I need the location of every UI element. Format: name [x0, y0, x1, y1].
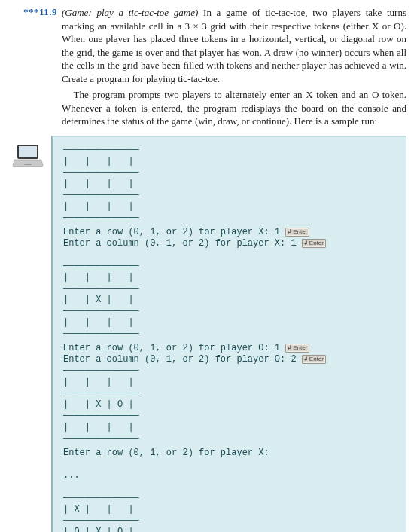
prompt-col-o: Enter a column (0, 1, or 2) for player O… — [63, 354, 291, 365]
board-row: | X | | | — [63, 504, 134, 515]
board-row: | | | | — [63, 272, 134, 283]
sample-run-wrap: —————————————— | | | | —————————————— | … — [11, 136, 406, 532]
prompt-row-x-2: Enter a row (0, 1, or 2) for player X: — [63, 448, 269, 458]
divider: —————————————— — [63, 212, 139, 223]
divider: —————————————— — [63, 190, 139, 200]
console-output: —————————————— | | | | —————————————— | … — [51, 136, 406, 532]
board-row: | O | X | O | — [63, 527, 134, 532]
board-1: —————————————— | | | | —————————————— | … — [63, 145, 395, 224]
enter-key-icon: Enter — [302, 239, 326, 248]
ellipsis: ... — [63, 470, 80, 481]
divider: —————————————— — [63, 515, 139, 526]
board-row: | | | | — [63, 422, 134, 433]
enter-key-icon: Enter — [285, 344, 309, 353]
exercise-para-1-rest: In a game of tic-tac-toe, two players ta… — [62, 7, 406, 84]
exercise-block: ***11.9 (Game: play a tic-tac-toe game) … — [11, 6, 406, 131]
board-2: —————————————— | | | | —————————————— | … — [63, 261, 395, 340]
input-row-o: 1 — [275, 343, 280, 353]
board-row: | | | | — [63, 201, 134, 212]
svg-rect-2 — [24, 164, 32, 165]
board-row: | | | | — [63, 179, 134, 189]
divider: —————————————— — [63, 306, 139, 316]
board-final: —————————————— | X | | | —————————————— … — [63, 493, 395, 532]
board-row: | | X | O | — [63, 399, 134, 410]
exercise-para-2: The program prompts two players to alter… — [62, 88, 406, 128]
prompt-col-x: Enter a column (0, 1, or 2) for player X… — [63, 238, 291, 249]
board-row: | | X | | — [63, 295, 134, 305]
divider: —————————————— — [63, 388, 139, 399]
input-col-x: 1 — [291, 238, 296, 249]
exercise-number: ***11.9 — [11, 6, 57, 18]
divider: —————————————— — [63, 493, 139, 503]
divider: —————————————— — [63, 433, 139, 444]
prompt-row-o: Enter a row (0, 1, or 2) for player O: — [63, 343, 275, 353]
divider: —————————————— — [63, 261, 139, 271]
exercise-title: (Game: play a tic-tac-toe game) — [62, 7, 198, 18]
divider: —————————————— — [63, 411, 139, 421]
divider: —————————————— — [63, 145, 139, 155]
enter-key-icon: Enter — [302, 355, 326, 364]
divider: —————————————— — [63, 365, 139, 376]
board-row: | | | | — [63, 377, 134, 387]
enter-key-icon: Enter — [285, 228, 309, 237]
laptop-column — [11, 136, 45, 167]
exercise-para-1: (Game: play a tic-tac-toe game) In a gam… — [62, 6, 406, 85]
divider: —————————————— — [63, 283, 139, 294]
laptop-icon — [12, 143, 44, 167]
board-3: —————————————— | | | | —————————————— | … — [63, 365, 395, 445]
input-row-x: 1 — [275, 227, 280, 237]
board-row: | | | | — [63, 156, 134, 167]
input-col-o: 2 — [291, 354, 296, 365]
board-row: | | | | — [63, 317, 134, 328]
svg-rect-1 — [19, 146, 37, 157]
exercise-body: (Game: play a tic-tac-toe game) In a gam… — [62, 6, 406, 131]
divider: —————————————— — [63, 329, 139, 339]
page: ***11.9 (Game: play a tic-tac-toe game) … — [0, 0, 417, 532]
prompt-row-x: Enter a row (0, 1, or 2) for player X: — [63, 227, 275, 237]
divider: —————————————— — [63, 167, 139, 178]
